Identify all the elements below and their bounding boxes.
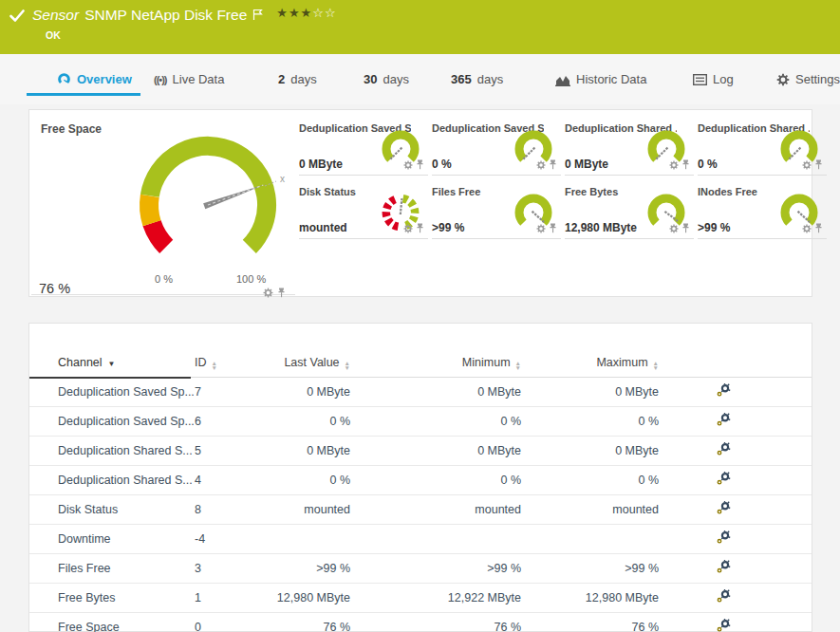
gauge-cell: Disk Status mounted bbox=[299, 183, 428, 239]
channel-settings-icon[interactable] bbox=[716, 442, 731, 459]
pin-icon[interactable] bbox=[277, 285, 286, 302]
column-header-id[interactable]: ID▲▼ bbox=[191, 352, 271, 378]
tab-bar: Overview((•))Live Data2days30days365days… bbox=[0, 54, 840, 104]
table-row: Downtime-4 bbox=[29, 525, 812, 554]
cell-maximum: 0 % bbox=[525, 466, 663, 495]
cell-maximum bbox=[525, 525, 663, 554]
cell-id: 6 bbox=[191, 407, 271, 437]
ok-check-icon bbox=[9, 9, 25, 27]
tab-label: Log bbox=[713, 72, 734, 86]
column-header-channel[interactable]: Channel▼ bbox=[29, 352, 191, 378]
cell-channel: Deduplication Shared S... bbox=[29, 466, 191, 495]
cell-channel: Free Space bbox=[29, 613, 191, 632]
table-row: Deduplication Saved Sp...60 %0 %0 % bbox=[29, 407, 812, 437]
channel-table: Channel▼ ID▲▼ Last Value▲▼ Minimum▲▼ Max… bbox=[29, 352, 812, 632]
gauge-cell: Deduplication Shared ... 0 % bbox=[698, 120, 827, 176]
gauge-cell-value: 0 % bbox=[698, 158, 718, 171]
cell-id: 4 bbox=[191, 466, 271, 495]
tab-historic-data[interactable]: Historic Data bbox=[555, 54, 646, 104]
cell-channel: Deduplication Saved Sp... bbox=[29, 378, 191, 407]
gear-icon[interactable] bbox=[403, 157, 413, 174]
tab-30-days[interactable]: 30days bbox=[364, 54, 409, 104]
column-header-minimum[interactable]: Minimum▲▼ bbox=[354, 352, 525, 378]
gauge-cell-value: >99 % bbox=[698, 221, 730, 234]
gear-icon[interactable] bbox=[802, 220, 812, 237]
cell-minimum: mounted bbox=[354, 495, 525, 525]
gear-icon[interactable] bbox=[802, 157, 812, 174]
gauge-icon bbox=[57, 72, 71, 86]
gauge-cell-value: 0 MByte bbox=[299, 158, 343, 171]
cell-minimum: 0 MByte bbox=[354, 437, 525, 466]
sensor-title: SNMP NetApp Disk Free bbox=[84, 7, 247, 24]
cell-id: 8 bbox=[191, 495, 271, 525]
gear-icon[interactable] bbox=[263, 285, 273, 302]
pin-icon[interactable] bbox=[549, 157, 557, 174]
column-header-maximum[interactable]: Maximum▲▼ bbox=[525, 352, 663, 378]
table-row: Free Bytes112,980 MByte12,922 MByte12,98… bbox=[29, 584, 812, 613]
channel-settings-icon[interactable] bbox=[716, 530, 731, 548]
cell-id: -4 bbox=[191, 525, 271, 554]
gauge-needle bbox=[523, 148, 534, 159]
pin-icon[interactable] bbox=[814, 220, 823, 237]
channel-settings-icon[interactable] bbox=[716, 472, 731, 489]
pin-icon[interactable] bbox=[416, 157, 424, 174]
column-header-last-value[interactable]: Last Value▲▼ bbox=[271, 352, 354, 378]
tab-overview[interactable]: Overview bbox=[57, 54, 132, 104]
table-row: Files Free3>99 %>99 %>99 % bbox=[29, 554, 812, 584]
tab-label: days bbox=[477, 72, 503, 86]
gear-icon[interactable] bbox=[669, 220, 679, 237]
tab-log[interactable]: Log bbox=[693, 54, 734, 104]
cell-maximum: 0 MByte bbox=[525, 437, 663, 466]
gauge-needle bbox=[789, 148, 800, 159]
tab-label: Historic Data bbox=[576, 72, 646, 86]
cell-last-value bbox=[271, 525, 354, 554]
gear-icon[interactable] bbox=[536, 157, 546, 174]
pin-icon[interactable] bbox=[681, 220, 690, 237]
tab-live-data[interactable]: ((•))Live Data bbox=[154, 54, 224, 104]
channel-settings-icon[interactable] bbox=[716, 501, 731, 518]
cell-last-value: 0 MByte bbox=[271, 437, 354, 466]
cell-maximum: 0 MByte bbox=[525, 378, 663, 407]
cell-last-value: 76 % bbox=[271, 613, 354, 632]
gear-icon[interactable] bbox=[536, 220, 546, 237]
sort-both-icon: ▲▼ bbox=[515, 361, 521, 370]
cell-minimum: 76 % bbox=[354, 613, 525, 632]
cell-id: 1 bbox=[191, 584, 271, 613]
sort-both-icon: ▲▼ bbox=[653, 361, 659, 370]
pin-icon[interactable] bbox=[814, 157, 823, 174]
cell-last-value: 12,980 MByte bbox=[271, 584, 354, 613]
sort-both-icon: ▲▼ bbox=[212, 361, 217, 370]
channel-settings-icon[interactable] bbox=[716, 413, 731, 430]
cell-id: 5 bbox=[191, 437, 271, 466]
table-header-row: Channel▼ ID▲▼ Last Value▲▼ Minimum▲▼ Max… bbox=[29, 352, 812, 378]
channel-settings-icon[interactable] bbox=[716, 619, 731, 632]
gauge-needle bbox=[656, 148, 667, 159]
cell-minimum: >99 % bbox=[354, 554, 525, 584]
channel-table-panel: Channel▼ ID▲▼ Last Value▲▼ Minimum▲▼ Max… bbox=[28, 323, 812, 632]
flag-icon[interactable] bbox=[252, 8, 263, 25]
channel-settings-icon[interactable] bbox=[716, 560, 731, 577]
gauge-cell: Deduplication Shared ... 0 MByte bbox=[565, 120, 694, 176]
pin-icon[interactable] bbox=[681, 157, 690, 174]
sensor-status-text: OK bbox=[46, 29, 61, 41]
tab-2-days[interactable]: 2days bbox=[278, 54, 317, 104]
cell-maximum: 12,980 MByte bbox=[525, 584, 663, 613]
pin-icon[interactable] bbox=[549, 220, 557, 237]
tab-365-days[interactable]: 365days bbox=[451, 54, 503, 104]
tab-label: days bbox=[383, 72, 408, 86]
priority-stars[interactable]: ★★★☆☆ bbox=[276, 6, 336, 20]
channel-settings-icon[interactable] bbox=[716, 589, 731, 606]
sort-desc-icon: ▼ bbox=[108, 360, 116, 368]
tab-label: Overview bbox=[77, 72, 132, 86]
tab-settings[interactable]: Settings bbox=[776, 54, 840, 104]
cell-minimum: 12,922 MByte bbox=[354, 584, 525, 613]
gauge-cell-value: >99 % bbox=[432, 221, 464, 234]
pin-icon[interactable] bbox=[416, 220, 424, 237]
cell-channel: Files Free bbox=[29, 554, 191, 584]
cell-last-value: 0 MByte bbox=[271, 378, 354, 407]
gear-icon[interactable] bbox=[669, 157, 679, 174]
gauge-cell: Deduplication Saved S... 0 MByte bbox=[299, 120, 428, 176]
cell-channel: Disk Status bbox=[29, 495, 191, 525]
channel-settings-icon[interactable] bbox=[716, 383, 731, 400]
gear-icon[interactable] bbox=[403, 220, 413, 237]
